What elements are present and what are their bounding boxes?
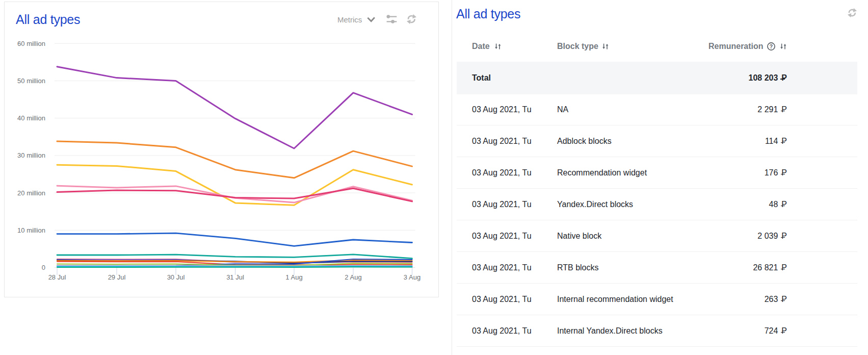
svg-text:29 Jul: 29 Jul xyxy=(108,273,126,281)
svg-text:50 million: 50 million xyxy=(17,77,45,85)
svg-text:1 Aug: 1 Aug xyxy=(285,273,302,281)
svg-text:2 Aug: 2 Aug xyxy=(345,273,361,281)
svg-text:20 million: 20 million xyxy=(17,189,45,197)
svg-text:30 Jul: 30 Jul xyxy=(167,273,185,281)
svg-text:0: 0 xyxy=(42,264,45,271)
svg-text:30 million: 30 million xyxy=(17,151,45,159)
svg-text:60 million: 60 million xyxy=(17,40,45,47)
svg-text:3 Aug: 3 Aug xyxy=(404,273,420,281)
svg-text:10 million: 10 million xyxy=(17,226,45,234)
svg-text:31 Jul: 31 Jul xyxy=(226,273,244,281)
svg-text:40 million: 40 million xyxy=(17,114,45,122)
svg-text:?: ? xyxy=(769,43,772,49)
svg-text:28 Jul: 28 Jul xyxy=(48,273,66,281)
